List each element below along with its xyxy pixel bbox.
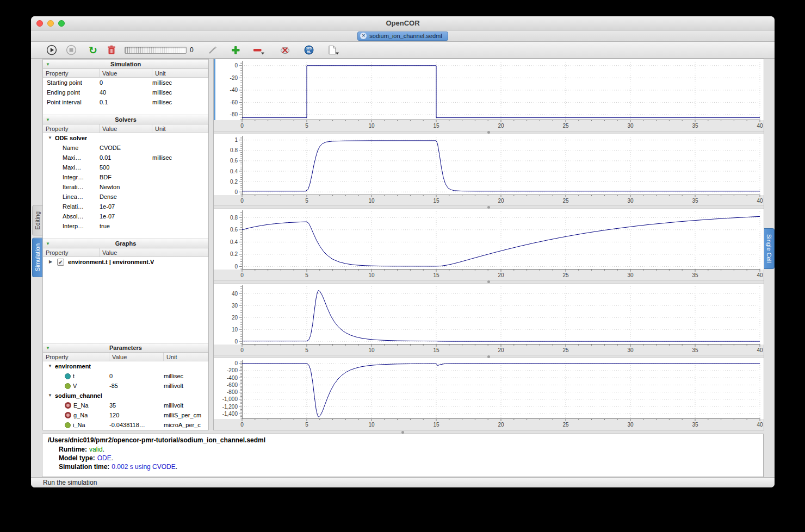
section-header-solvers[interactable]: ▼ Solvers <box>43 115 208 124</box>
plot-canvas: 0102030400510152025303540 <box>214 284 764 355</box>
remove-graph-panel-button[interactable] <box>252 45 265 55</box>
run-simulation-button[interactable] <box>46 45 57 55</box>
tick-label: -20 <box>230 75 238 81</box>
graph-row[interactable]: ▶✓environment.t | environment.V <box>43 257 208 267</box>
property-name: V <box>73 383 77 389</box>
plot-line <box>242 290 760 341</box>
minimize-window-button[interactable] <box>47 20 54 27</box>
property-cell: Relati… <box>43 203 100 210</box>
tab-single-cell[interactable]: Single Cell <box>764 228 775 269</box>
parameter-row[interactable]: t0millisec <box>43 371 208 381</box>
column-header-value[interactable]: Value <box>100 124 152 133</box>
model-type-value: ODE <box>97 454 112 462</box>
collapse-section-icon[interactable]: ▼ <box>46 241 50 246</box>
graph-panel-5[interactable]: 0-200-400-600-800-1,000-1,200-1,40005101… <box>214 358 764 430</box>
column-header-value[interactable]: Value <box>100 69 152 77</box>
property-cell: Integr… <box>43 174 100 180</box>
close-window-button[interactable] <box>36 20 43 27</box>
export-button[interactable] <box>327 45 339 55</box>
parameter-row[interactable]: V-85millivolt <box>43 381 208 391</box>
collapse-icon[interactable]: ▼ <box>47 364 53 369</box>
property-row[interactable]: Interp…true <box>43 221 208 231</box>
column-header-unit[interactable]: Unit <box>152 69 208 77</box>
cellml-file-button[interactable] <box>280 45 290 55</box>
titlebar[interactable]: OpenCOR <box>31 16 775 30</box>
graph-checkbox[interactable]: ✓ <box>57 259 64 266</box>
section-header-graphs[interactable]: ▼ Graphs <box>43 239 208 248</box>
value-cell: 120 <box>109 412 164 418</box>
graph-panel-1[interactable]: 0-20-40-60-800510152025303540 <box>214 59 764 131</box>
tick-label: 35 <box>692 347 698 353</box>
simulation-delay-value: 0 <box>190 46 194 54</box>
simulation-delay-slider[interactable] <box>125 47 187 54</box>
add-graph-panel-button[interactable] <box>231 45 240 55</box>
zoom-window-button[interactable] <box>58 20 65 27</box>
reset-parameters-button[interactable]: ↻ <box>89 45 97 55</box>
tab-simulation[interactable]: Simulation <box>32 237 42 277</box>
column-header-property[interactable]: Property <box>43 353 109 361</box>
column-header-unit[interactable]: Unit <box>164 353 208 361</box>
column-header-value[interactable]: Value <box>109 353 164 361</box>
period: . <box>112 454 113 462</box>
collapse-section-icon[interactable]: ▼ <box>46 62 50 67</box>
column-header-property[interactable]: Property <box>43 124 100 133</box>
tick-label: 40 <box>757 123 763 129</box>
plot-canvas: 0-200-400-600-800-1,000-1,200-1,40005101… <box>214 358 764 430</box>
section-header-simulation[interactable]: ▼ Simulation <box>43 59 208 69</box>
parameter-row[interactable]: g_Na120milliS_per_cm <box>43 410 208 420</box>
tab-sodium-ion-channel[interactable]: ✕ sodium_ion_channel.sedml <box>357 32 448 41</box>
stop-simulation-button[interactable] <box>66 45 77 55</box>
column-header-property[interactable]: Property <box>43 248 100 256</box>
property-row[interactable]: Iterati…Newton <box>43 182 208 192</box>
opencor-window: OpenCOR ✕ sodium_ion_channel.sedml ↻ 0 <box>31 16 775 487</box>
solver-group-row[interactable]: ▼ODE solver <box>43 133 208 143</box>
parameter-group-row[interactable]: ▼sodium_channel <box>43 391 208 400</box>
property-row[interactable]: Integr…BDF <box>43 172 208 182</box>
tab-close-icon[interactable]: ✕ <box>360 33 367 39</box>
property-name: Integr… <box>63 174 84 180</box>
tick-label: 15 <box>433 123 439 129</box>
plots-area: 0-20-40-60-80051015202530354000.20.40.60… <box>213 59 764 430</box>
panel-splitter[interactable] <box>209 59 213 430</box>
tick-label: 0 <box>234 189 238 195</box>
right-dock-tab-bar: Single Cell <box>764 59 775 430</box>
property-name: Name <box>63 145 78 151</box>
graph-panel-2[interactable]: 00.20.40.60.810510152025303540 <box>214 134 764 206</box>
column-header-row: PropertyValueUnit <box>43 353 208 361</box>
property-row[interactable]: Relati…1e-07 <box>43 202 208 211</box>
property-row[interactable]: NameCVODE <box>43 143 208 153</box>
splitter-handle <box>487 206 490 209</box>
graph-panel-3[interactable]: 00.20.40.60.80510152025303540 <box>214 209 764 280</box>
collapse-section-icon[interactable]: ▼ <box>46 346 50 351</box>
property-row[interactable]: Starting point0millisec <box>43 78 208 87</box>
expand-icon[interactable]: ▶ <box>48 259 53 265</box>
parameter-row[interactable]: E_Na35millivolt <box>43 400 208 410</box>
property-row[interactable]: Linea…Dense <box>43 192 208 202</box>
wand-button[interactable] <box>208 45 218 55</box>
column-header-value[interactable]: Value <box>100 248 208 256</box>
property-cell: Absol… <box>43 213 100 220</box>
simulation-time-line: Simulation time:0.002 s using CVODE. <box>48 462 758 471</box>
graph-panel-4[interactable]: 0102030400510152025303540 <box>214 284 764 355</box>
collapse-icon[interactable]: ▼ <box>47 135 53 141</box>
property-row[interactable]: Absol…1e-07 <box>43 211 208 221</box>
property-row[interactable]: Maxi…0.01millisec <box>43 153 208 162</box>
clear-results-button[interactable] <box>107 45 116 55</box>
property-cell: ▼environment <box>43 363 109 370</box>
property-row[interactable]: Ending point40millisec <box>43 87 208 97</box>
sedml-export-button[interactable]: SEDML <box>304 45 314 55</box>
collapse-section-icon[interactable]: ▼ <box>46 117 50 122</box>
column-header-property[interactable]: Property <box>43 69 100 77</box>
section-header-parameters[interactable]: ▼ Parameters <box>43 343 208 353</box>
property-row[interactable]: Maxi…500 <box>43 162 208 172</box>
teal-parameter-icon <box>65 373 71 379</box>
tick-label: 10 <box>368 347 375 353</box>
parameter-group-row[interactable]: ▼environment <box>43 361 208 371</box>
collapse-icon[interactable]: ▼ <box>47 393 53 398</box>
column-header-unit[interactable]: Unit <box>152 124 208 133</box>
property-row[interactable]: Point interval0.1millisec <box>43 97 208 107</box>
tick-label: 35 <box>692 123 698 129</box>
tab-editing[interactable]: Editing <box>32 205 42 236</box>
parameter-row[interactable]: i_Na-0.0438118…microA_per_c <box>43 420 208 430</box>
property-name: Ending point <box>47 89 80 96</box>
